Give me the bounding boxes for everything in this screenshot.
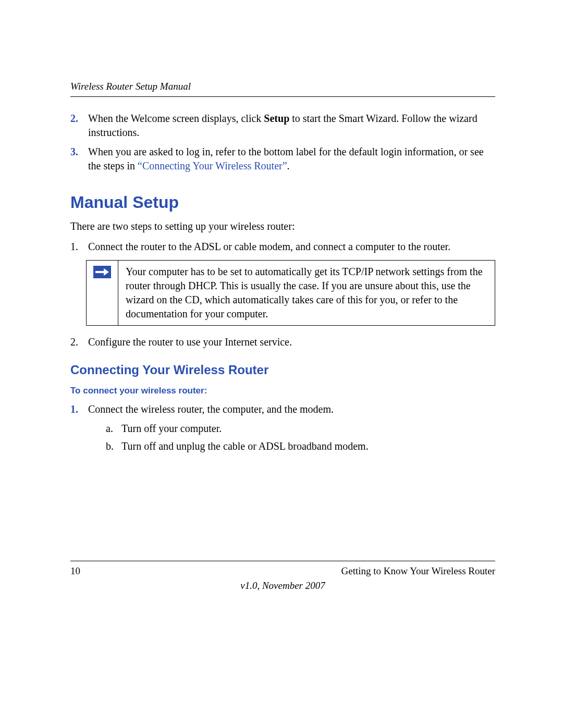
substep-body: Turn off your computer.: [121, 421, 222, 436]
heading-manual-setup: Manual Setup: [70, 193, 495, 212]
two-step-list-cont: 2. Configure the router to use your Inte…: [70, 335, 495, 349]
step-marker: 1.: [70, 402, 88, 456]
list-item: 1. Connect the wireless router, the comp…: [70, 402, 495, 456]
connect-steps-list: 1. Connect the wireless router, the comp…: [70, 402, 495, 456]
text: Connect the wireless router, the compute…: [88, 403, 334, 415]
footer-version: v1.0, November 2007: [70, 580, 495, 591]
step-body: Connect the wireless router, the compute…: [88, 402, 495, 456]
list-item: b. Turn off and unplug the cable or ADSL…: [106, 438, 495, 454]
step-body: When you are asked to log in, refer to t…: [88, 145, 495, 173]
sub-step-list: a. Turn off your computer. b. Turn off a…: [88, 421, 495, 454]
cross-reference-link[interactable]: “Connecting Your Wireless Router”: [138, 160, 287, 171]
substep-body: Turn off and unplug the cable or ADSL br…: [121, 438, 369, 454]
svg-rect-1: [95, 271, 104, 273]
list-item: 1. Connect the router to the ADSL or cab…: [70, 240, 495, 254]
document-page: Wireless Router Setup Manual 2. When the…: [0, 0, 563, 728]
two-step-list: 1. Connect the router to the ADSL or cab…: [70, 240, 495, 254]
step-marker: 1.: [70, 240, 88, 254]
list-item: a. Turn off your computer.: [106, 421, 495, 436]
step-body: When the Welcome screen displays, click …: [88, 112, 495, 140]
list-item: 3. When you are asked to log in, refer t…: [70, 145, 495, 173]
arrow-right-icon: [93, 266, 111, 278]
paragraph: There are two steps to setting up your w…: [70, 219, 495, 233]
note-text: Your computer has to be set to automatic…: [118, 261, 495, 325]
page-number: 10: [70, 565, 80, 577]
text: .: [287, 160, 290, 171]
note-callout: Your computer has to be set to automatic…: [86, 260, 495, 326]
continued-steps-list: 2. When the Welcome screen displays, cli…: [70, 112, 495, 173]
text: When the Welcome screen displays, click: [88, 113, 264, 124]
bold-text: Setup: [264, 113, 289, 124]
list-item: 2. When the Welcome screen displays, cli…: [70, 112, 495, 140]
page-footer: 10 Getting to Know Your Wireless Router: [70, 561, 495, 577]
running-header: Wireless Router Setup Manual: [70, 81, 495, 97]
step-marker: 2.: [70, 112, 88, 140]
footer-section-title: Getting to Know Your Wireless Router: [341, 565, 495, 577]
note-icon-cell: [87, 261, 118, 325]
heading-to-connect: To connect your wireless router:: [70, 386, 495, 396]
heading-connecting: Connecting Your Wireless Router: [70, 363, 495, 377]
step-marker: 3.: [70, 145, 88, 173]
substep-marker: a.: [106, 421, 121, 436]
step-marker: 2.: [70, 335, 88, 349]
list-item: 2. Configure the router to use your Inte…: [70, 335, 495, 349]
substep-marker: b.: [106, 438, 121, 454]
step-body: Connect the router to the ADSL or cable …: [88, 240, 450, 254]
step-body: Configure the router to use your Interne…: [88, 335, 292, 349]
